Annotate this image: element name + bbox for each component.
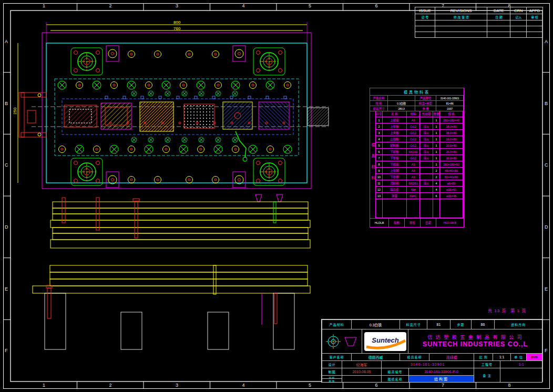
drawing-name: 结构图 [408,375,474,382]
bom-cell: 2 [376,123,383,130]
bom-cell: 止挡板 [383,136,407,142]
bom-cell: 6 [433,193,440,199]
revisions-empty-row [415,32,543,38]
mold-number: 3140-161-33901-P-0 [408,368,474,375]
bom-cell: SWC [407,193,420,199]
bom-cell: 16.0×80 [440,155,463,161]
die-plan-view: 800 760 250 [13,20,329,189]
suntech-logo: Suntech [364,332,406,351]
bom-cell: A3 [407,168,420,174]
zone-label: A [545,39,548,44]
product-material-label: 产品材料 [322,319,351,329]
remark-value [500,368,542,382]
bom-cell: 1 [433,142,440,149]
title-block: 产品材料 0.3白铁 料宽尺寸 81 步距 86 送料方向 Suntech [321,319,542,383]
bom-cell: Cr12 [407,136,420,142]
zone-label: B [545,101,548,106]
zone-label: B [5,101,8,106]
revisions-col-crn: CRN [510,7,527,14]
zone-label: C [545,162,548,168]
bom-cell: 45×40×80 [440,168,463,174]
bom-row: 7下垫板Cr12淬火116.0×80 [376,155,464,161]
bom-cell: SKD61 [407,180,420,187]
bom-cell: 20.0×80 [440,142,463,149]
customer-label: 客户名称 [322,353,351,360]
bom-table: 模具物料表 产品名称产品图号3140-161-33901 材 料0.3白铁料宽×… [370,88,464,228]
bom-cell: Cr12 [407,123,420,130]
page-info: 共 13 页第 1 页 [488,307,530,313]
bom-cell: 6 [376,149,383,155]
draft-label: 制图 [322,368,342,375]
zone-label: 6 [375,3,378,8]
bom-cell: 弹簧 [383,193,407,199]
dim-inner-width: 760 [173,26,181,31]
bom-cell: 25.0×80 [440,149,463,155]
bom-footer-note: HLD-08-B [436,219,464,227]
bom-cell: 2 [433,168,440,174]
bom-row: 8下模座A31280×180×50 [376,161,464,168]
revisions-col-appd: APPD [527,7,543,14]
product-material-value: 0.3白铁 [351,319,400,329]
mold-number-label: 模具编号 [381,368,408,375]
logo-text: Suntech [372,336,398,344]
bom-cell: 卸料板 [383,142,407,149]
bom-row: 2上垫板Cr12淬火118.3×80 [376,123,464,130]
bom-cell: 淬火 [420,180,433,187]
bom-cell: 9 [376,168,383,174]
zone-label: 1 [43,383,45,388]
page-total: 共 13 页 [488,308,506,313]
bom-cell: 下模座 [383,161,407,168]
bom-cell: Cr12 [407,130,420,136]
bom-row: 5卸料板Cr12淬火120.0×80 [376,142,464,149]
bom-row: 13弹簧SWC6φ20×45 [376,193,464,199]
scale-value: 1:1 [493,353,510,360]
revisions-col-issue: ISSUE [415,7,435,14]
bom-side-label: 模具材料 [370,111,376,218]
zone-label: 4 [242,383,245,388]
bom-cell: 淬火 [420,155,433,161]
cad-sheet: 800 760 250 [0,0,553,392]
zone-label: A [5,39,8,44]
section-view-lower [33,265,310,349]
zone-label: D [5,224,8,230]
bom-cell: 38.0×80 [440,130,463,136]
strip-width-value: 81 [427,319,450,329]
bom-cell: 45# [407,187,420,193]
bom-cell: 上模座 [383,117,407,123]
bom-row: 12等高套45#4φ25×60 [376,187,464,193]
bom-cell: 1 [433,117,440,123]
bom-cell: 280×180×45 [440,117,463,123]
unit-label: 单 位 [510,353,526,360]
feed-direction-label: 送料方向 [494,319,542,329]
bom-cell: 上垫板 [383,123,407,130]
bom-cell: φ6×80 [440,180,463,187]
bom-cell [420,168,433,174]
bom-cell: 4 [433,180,440,187]
bom-row: 1上模座A31280×180×45 [376,117,464,123]
bom-cell: 1 [433,149,440,155]
zone-label: 1 [43,3,45,8]
revisions-col-revisions: REVISIONS [435,7,488,14]
company-cell: 信 达 塑 胶 五 金 制 品 有 限 公 司 SUNTECH INDUSTRI… [408,329,542,353]
zone-label: 8 [508,383,511,388]
bom-cell: SKD11 [407,149,420,155]
remark-label: 备 注 [474,368,500,382]
bom-cell: 下垫脚 [383,174,407,180]
zone-label: E [545,286,548,292]
bom-cell [420,187,433,193]
approve-label: 批准 [322,378,342,382]
zone-label: D [545,224,548,230]
pitch-value: 86 [471,319,494,329]
bom-cell: 淬火 [420,142,433,149]
check-value [342,375,381,382]
drawing-name-label: 图纸名称 [381,375,408,382]
bom-cell: 1 [433,130,440,136]
zone-label: 3 [176,3,178,8]
zone-label: 2 [109,383,112,388]
company-name-en: SUNTECH INDUSTRIES CO.,L [423,341,528,348]
bom-cell: 等高套 [383,187,407,193]
bom-cell [420,174,433,180]
bom-row: 6下模板SKD11淬火125.0×80 [376,149,464,155]
project-label: 工程号 [474,360,500,368]
zone-label: 6 [375,383,378,388]
